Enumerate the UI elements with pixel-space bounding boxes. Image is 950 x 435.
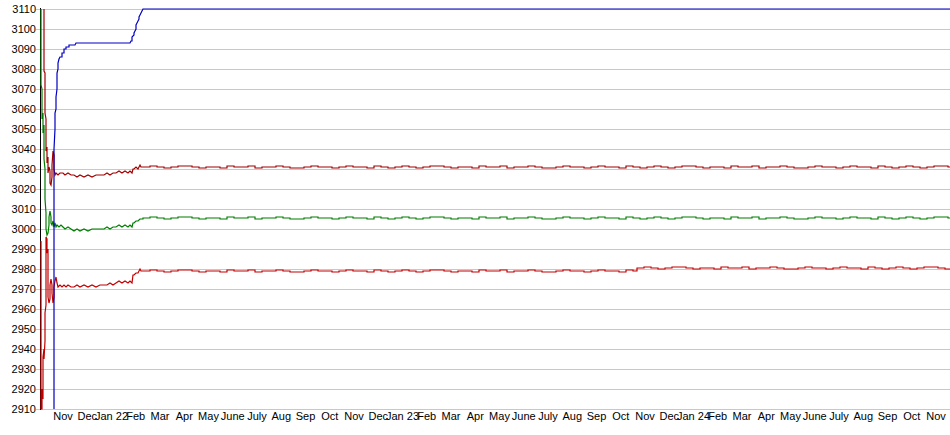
y-axis-label: 3030: [12, 163, 36, 175]
series-red-line: [41, 237, 950, 409]
x-axis-label: Feb: [126, 410, 145, 422]
y-axis-label: 2970: [12, 283, 36, 295]
x-axis-label: Feb: [708, 410, 727, 422]
x-axis-label: Apr: [758, 410, 775, 422]
x-axis-label: Mar: [733, 410, 752, 422]
x-axis-label: Mar: [151, 410, 170, 422]
x-axis-label: Sep: [587, 410, 607, 422]
x-axis-label: Sep: [296, 410, 316, 422]
x-axis-label: Sep: [878, 410, 898, 422]
x-axis-label: May: [198, 410, 219, 422]
y-axis-label: 2990: [12, 243, 36, 255]
y-axis-label: 3070: [12, 83, 36, 95]
x-axis-label: Nov: [344, 410, 364, 422]
x-axis-labels: NovDecJan 22FebMarAprMayJuneJulyAugSepOc…: [53, 410, 946, 422]
y-axis-label: 2910: [12, 403, 36, 415]
x-axis-label: Aug: [853, 410, 873, 422]
x-axis-label: Feb: [417, 410, 436, 422]
y-axis-label: 2940: [12, 343, 36, 355]
x-axis-label: Nov: [53, 410, 73, 422]
y-axis-label: 3100: [12, 23, 36, 35]
series-green-line: [41, 9, 950, 235]
series-maroon-line: [44, 9, 950, 185]
price-history-chart: 3110310030903080307030603050304030303020…: [0, 0, 950, 435]
chart-canvas: 3110310030903080307030603050304030303020…: [0, 0, 950, 435]
x-axis-label: May: [489, 410, 510, 422]
y-axis-label: 3020: [12, 183, 36, 195]
x-axis-label: Oct: [612, 410, 629, 422]
y-axis-label: 2980: [12, 263, 36, 275]
x-axis-label: Apr: [176, 410, 193, 422]
y-axis-label: 3110: [12, 3, 36, 15]
x-axis-label: Nov: [635, 410, 655, 422]
x-axis-label: Oct: [321, 410, 338, 422]
x-axis-label: June: [221, 410, 245, 422]
x-axis-label: Jan 22: [95, 410, 128, 422]
y-axis-label: 2920: [12, 383, 36, 395]
x-axis-label: July: [829, 410, 849, 422]
y-axis-label: 3050: [12, 123, 36, 135]
x-axis-label: Apr: [467, 410, 484, 422]
x-axis-label: Nov: [926, 410, 946, 422]
y-axis-label: 3040: [12, 143, 36, 155]
y-axis-label: 3080: [12, 63, 36, 75]
y-axis-labels: 3110310030903080307030603050304030303020…: [12, 3, 36, 415]
y-axis-label: 3010: [12, 203, 36, 215]
y-axis-label: 2950: [12, 323, 36, 335]
y-axis-label: 2930: [12, 363, 36, 375]
x-axis-label: Aug: [562, 410, 582, 422]
grid-lines: [36, 10, 950, 410]
x-axis-label: Jan 24: [677, 410, 710, 422]
y-axis-label: 3000: [12, 223, 36, 235]
y-axis-label: 3090: [12, 43, 36, 55]
x-axis-label: July: [538, 410, 558, 422]
x-axis-label: Aug: [271, 410, 291, 422]
y-axis-label: 2960: [12, 303, 36, 315]
x-axis-label: June: [803, 410, 827, 422]
y-axis-label: 3060: [12, 103, 36, 115]
x-axis-label: Mar: [442, 410, 461, 422]
x-axis-label: Oct: [903, 410, 920, 422]
x-axis-label: July: [247, 410, 267, 422]
x-axis-label: Jan 23: [386, 410, 419, 422]
x-axis-label: May: [780, 410, 801, 422]
x-axis-label: June: [512, 410, 536, 422]
